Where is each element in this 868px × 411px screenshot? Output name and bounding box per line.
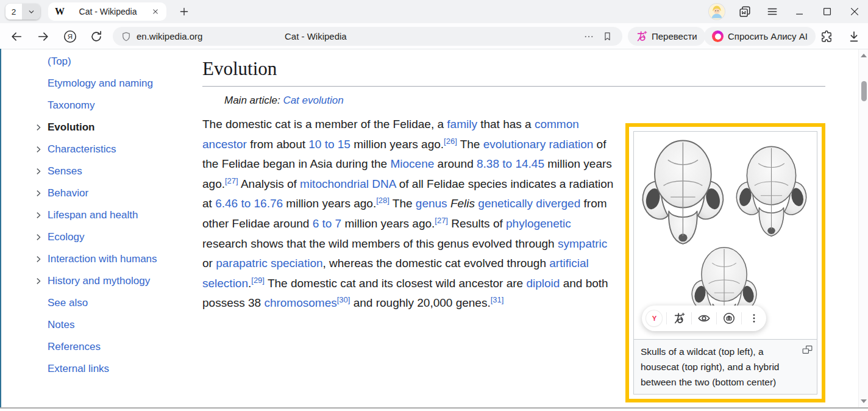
new-tab-button[interactable] bbox=[176, 3, 193, 20]
chevron-right-icon bbox=[34, 79, 48, 88]
menu-icon[interactable] bbox=[765, 4, 780, 19]
reference: [29] bbox=[251, 275, 265, 284]
reference-link[interactable]: [28] bbox=[376, 196, 390, 205]
hatnote-link[interactable]: Cat evolution bbox=[283, 95, 343, 106]
article-link[interactable]: parapatric speciation bbox=[216, 257, 322, 270]
reference-link[interactable]: [31] bbox=[491, 295, 504, 304]
tab-counter[interactable]: 2 bbox=[5, 4, 40, 20]
chevron-right-icon bbox=[34, 211, 48, 220]
article-link[interactable]: phylogenetic bbox=[506, 217, 571, 230]
wikipedia-page: (Top) Etymology and naming Taxonomy Evol… bbox=[1, 49, 858, 407]
wikipedia-favicon: W bbox=[54, 6, 66, 17]
article-text: from about bbox=[247, 138, 308, 151]
chevron-right-icon bbox=[34, 57, 48, 66]
article-link[interactable]: mitochondrial DNA bbox=[300, 177, 396, 190]
reference-link[interactable]: [27] bbox=[225, 176, 238, 185]
article-link[interactable]: diploid bbox=[526, 277, 560, 290]
article-text: million years ago. bbox=[341, 217, 435, 230]
window-close-icon[interactable] bbox=[847, 4, 862, 19]
sidebar-item-characteristics[interactable]: Characteristics bbox=[34, 138, 157, 160]
back-icon[interactable] bbox=[9, 29, 24, 45]
sidebar-item-references[interactable]: References bbox=[34, 336, 157, 358]
sidebar-item-etymology-and-naming[interactable]: Etymology and naming bbox=[34, 73, 157, 95]
article-link[interactable]: 6.46 to 16.76 bbox=[215, 197, 283, 210]
article-link[interactable]: evolutionary radiation bbox=[483, 138, 594, 151]
sidebar-item-behavior[interactable]: Behavior bbox=[34, 182, 157, 204]
image-search-camera-icon[interactable] bbox=[721, 310, 737, 326]
article-link[interactable]: 10 to 15 bbox=[308, 138, 350, 151]
article-link[interactable]: 6 to 7 bbox=[313, 217, 342, 230]
scroll-down-arrow-icon[interactable] bbox=[859, 396, 868, 406]
reference-link[interactable]: [29] bbox=[251, 275, 265, 284]
chevron-right-icon bbox=[34, 321, 48, 329]
sidebar-item-senses[interactable]: Senses bbox=[34, 160, 157, 182]
hatnote: Main article: Cat evolution bbox=[224, 95, 825, 107]
chevron-right-icon bbox=[34, 101, 48, 110]
translate-button[interactable]: Перевести bbox=[628, 27, 705, 46]
profile-avatar[interactable] bbox=[709, 4, 725, 20]
reload-icon[interactable] bbox=[88, 29, 104, 45]
sidebar-item-ecology[interactable]: Ecology bbox=[34, 226, 157, 248]
reference-link[interactable]: [30] bbox=[337, 295, 350, 304]
forward-icon[interactable] bbox=[35, 29, 51, 45]
sidebar-item-history-and-mythology[interactable]: History and mythology bbox=[34, 270, 157, 292]
article-paragraph: The domestic cat is a member of the Feli… bbox=[202, 115, 616, 313]
sidebar-item-top[interactable]: (Top) bbox=[34, 51, 157, 73]
more-dots-icon[interactable] bbox=[583, 31, 594, 42]
reference-link[interactable]: [27] bbox=[435, 216, 448, 225]
extensions-puzzle-icon[interactable] bbox=[819, 29, 834, 45]
address-bar[interactable]: en.wikipedia.org Cat - Wikipedia bbox=[113, 27, 622, 46]
article-link[interactable]: sympatric bbox=[558, 237, 607, 250]
reference: [27] bbox=[225, 176, 238, 185]
vertical-scrollbar[interactable] bbox=[858, 49, 868, 407]
navigation-toolbar: Я en.wikipedia.org Cat - Wikipedia Перев… bbox=[0, 23, 868, 49]
article-link[interactable]: Miocene bbox=[390, 157, 434, 170]
article-link[interactable]: genus bbox=[416, 197, 447, 210]
maximize-icon[interactable] bbox=[820, 4, 834, 19]
window-left-edge bbox=[0, 49, 1, 407]
shield-icon[interactable] bbox=[121, 31, 132, 42]
chevron-right-icon bbox=[34, 167, 48, 176]
side-panels-icon[interactable] bbox=[738, 4, 752, 19]
bookmark-icon[interactable] bbox=[602, 31, 613, 41]
article-text: that has a bbox=[477, 118, 535, 130]
sidebar-item-lifespan-and-health[interactable]: Lifespan and health bbox=[34, 204, 157, 226]
minimize-icon[interactable] bbox=[792, 4, 807, 19]
download-icon[interactable] bbox=[846, 29, 862, 45]
sidebar-item-external-links[interactable]: External links bbox=[34, 358, 157, 380]
chevron-down-icon[interactable] bbox=[22, 4, 40, 20]
sidebar-item-evolution[interactable]: Evolution bbox=[34, 116, 157, 138]
article-text: million years ago. bbox=[283, 197, 376, 210]
article-link[interactable]: genetically diverged bbox=[478, 197, 580, 210]
yandex-logo-icon[interactable]: Y bbox=[646, 310, 662, 326]
magnify-icon[interactable] bbox=[802, 345, 813, 357]
ask-alice-button[interactable]: Спросить Алису AI bbox=[704, 27, 816, 46]
sidebar-item-notes[interactable]: Notes bbox=[34, 314, 157, 336]
eye-icon[interactable] bbox=[696, 310, 712, 326]
article-link[interactable]: 8.38 to 14.45 bbox=[477, 157, 544, 170]
article-text: Analysis of bbox=[238, 177, 300, 190]
skulls-image[interactable]: Y bbox=[634, 132, 817, 340]
sidebar-item-taxonomy[interactable]: Taxonomy bbox=[34, 95, 157, 116]
yandex-icon[interactable]: Я bbox=[62, 29, 78, 45]
sidebar-item-interaction-with-humans[interactable]: Interaction with humans bbox=[34, 248, 157, 270]
scrollbar-thumb[interactable] bbox=[861, 81, 867, 101]
window-bottom-edge bbox=[0, 407, 868, 411]
ask-alice-label: Спросить Алису AI bbox=[728, 31, 808, 41]
chevron-right-icon bbox=[34, 233, 48, 241]
kebab-menu-icon[interactable] bbox=[746, 310, 762, 326]
article-text: The bbox=[390, 197, 416, 210]
translate-image-icon[interactable] bbox=[671, 310, 687, 326]
url-text: en.wikipedia.org bbox=[137, 31, 202, 41]
reference: [30] bbox=[337, 295, 350, 304]
svg-text:Y: Y bbox=[652, 315, 656, 322]
browser-tab-cat-wikipedia[interactable]: W Cat - Wikipedia bbox=[48, 2, 166, 21]
tab-close-icon[interactable] bbox=[150, 7, 161, 16]
reference-link[interactable]: [26] bbox=[444, 136, 457, 145]
chevron-right-icon bbox=[34, 255, 48, 263]
article-link[interactable]: family bbox=[447, 118, 477, 130]
article-link[interactable]: chromosomes bbox=[264, 296, 336, 309]
scroll-up-arrow-icon[interactable] bbox=[859, 51, 868, 60]
reference: [31] bbox=[491, 295, 504, 304]
sidebar-item-see-also[interactable]: See also bbox=[34, 292, 157, 314]
